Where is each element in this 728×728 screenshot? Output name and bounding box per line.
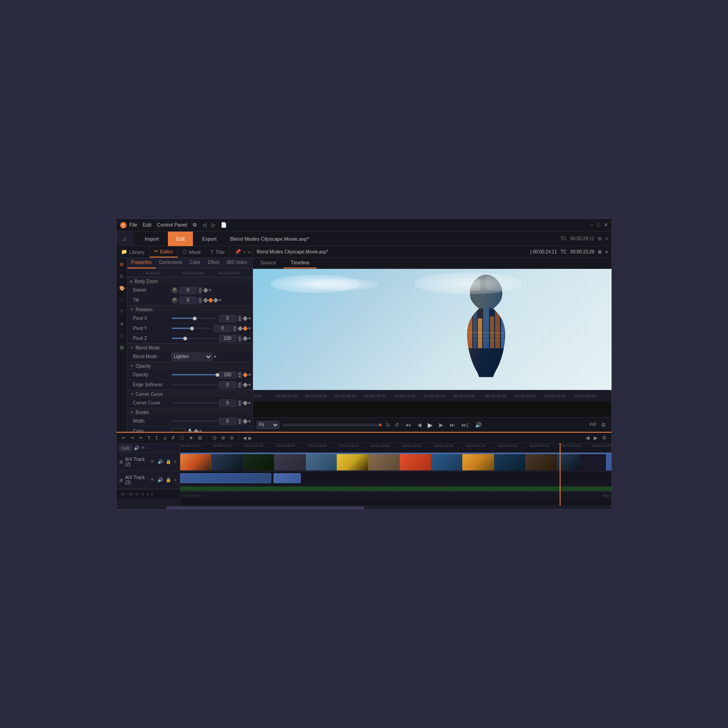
border-color-swatch[interactable] xyxy=(172,428,185,432)
pivot-z-kf[interactable] xyxy=(243,336,248,341)
blend-mode-header[interactable]: ▼ Blend Mode xyxy=(127,344,253,352)
border-width-input[interactable] xyxy=(219,418,236,425)
track3-eye[interactable]: 👁 xyxy=(150,477,155,483)
clip-7[interactable] xyxy=(369,454,399,470)
sidebar-icon-motion[interactable]: ◈ xyxy=(117,319,126,328)
tab-editor[interactable]: ✏ Editor xyxy=(150,246,178,258)
header-icon-2[interactable]: ≡ xyxy=(605,249,608,254)
prop-tab-corrections[interactable]: Corrections xyxy=(156,258,186,268)
playhead[interactable] xyxy=(560,444,561,506)
timeline-tab[interactable]: Timeline xyxy=(283,258,317,268)
es-up[interactable]: ▲ xyxy=(238,382,242,385)
cc-kf[interactable] xyxy=(243,400,248,405)
pivot-z-input[interactable] xyxy=(219,335,236,342)
clip-10[interactable] xyxy=(462,454,494,470)
track3-audio[interactable]: 🔊 xyxy=(157,477,163,483)
prop-tab-effect[interactable]: Effect xyxy=(204,258,223,268)
swivel-up[interactable]: ▲ xyxy=(198,287,202,290)
sidebar-icon-fx[interactable]: fx xyxy=(117,272,126,281)
next-frame-button[interactable]: ⏭ xyxy=(448,421,457,429)
tl-list[interactable]: ≡ xyxy=(162,435,167,441)
swivel-keyframe[interactable] xyxy=(203,288,208,293)
bw-up[interactable]: ▲ xyxy=(238,418,242,421)
clip-2[interactable] xyxy=(211,454,243,470)
sidebar-icon-properties[interactable]: ⚙ xyxy=(117,260,126,269)
tl-snap[interactable]: ⊙ xyxy=(211,435,218,441)
sidebar-icon-color[interactable]: 🎨 xyxy=(117,283,126,293)
tl-redo[interactable]: ↪ xyxy=(129,435,136,441)
tl-grid[interactable]: ⊞ xyxy=(197,435,203,441)
opacity-up[interactable]: ▲ xyxy=(238,372,242,375)
clip-5[interactable] xyxy=(306,454,337,470)
pivot-y-kf2[interactable] xyxy=(243,326,248,331)
clip-1[interactable] xyxy=(180,454,211,470)
edit-button[interactable]: Edit xyxy=(168,232,193,246)
es-down[interactable]: ▼ xyxy=(238,385,242,388)
tl-zoom-out[interactable]: ⊖ xyxy=(228,435,235,441)
menu-icon-1[interactable]: ⚙ xyxy=(192,222,197,228)
menu-file[interactable]: File xyxy=(129,222,137,228)
tilt-up[interactable]: ▲ xyxy=(198,297,202,300)
menu-control-panel[interactable]: Control Panel xyxy=(157,222,187,228)
tl-zoom-in[interactable]: ⊕ xyxy=(220,435,227,441)
panel-icon-add[interactable]: + xyxy=(243,249,246,255)
solo-button[interactable]: Solo xyxy=(119,445,132,451)
timeline-scrollbar[interactable] xyxy=(116,506,612,509)
maximize-button[interactable]: □ xyxy=(597,222,600,228)
pivot-y-up[interactable]: ▲ xyxy=(233,325,237,329)
sidebar-icon-text[interactable]: T xyxy=(117,307,126,316)
opacity-kf[interactable] xyxy=(243,372,248,377)
nav-icon-1[interactable]: ⊞ xyxy=(598,236,602,241)
pivot-z-down[interactable]: ▼ xyxy=(238,339,242,342)
export-button[interactable]: Export xyxy=(194,232,225,246)
track3-clip-1[interactable] xyxy=(180,473,271,483)
pivot-z-stepper[interactable]: ▲ ▼ xyxy=(238,335,242,342)
home-button[interactable]: ⌂ xyxy=(116,232,133,246)
rotation-header[interactable]: ▼ Rotation xyxy=(127,305,253,313)
menu-icon-2[interactable]: ◁ xyxy=(202,222,206,228)
pivot-y-input[interactable] xyxy=(214,325,231,332)
tl-vol-left[interactable]: ◀ xyxy=(584,435,591,441)
prop-tab-360[interactable]: 360 Video xyxy=(223,258,251,268)
step-back-button[interactable]: ◀ xyxy=(415,421,423,429)
swivel-input[interactable] xyxy=(179,287,197,294)
clip-8[interactable] xyxy=(399,454,431,470)
opacity-down[interactable]: ▼ xyxy=(238,375,242,378)
pivot-x-up[interactable]: ▲ xyxy=(238,315,242,318)
tab-mask[interactable]: ⬡ Mask xyxy=(178,246,206,258)
bw-stepper[interactable]: ▲ ▼ xyxy=(238,418,242,425)
panel-icon-menu[interactable]: ≡ xyxy=(248,249,251,255)
clip-12[interactable] xyxy=(525,454,557,470)
clip-6[interactable] xyxy=(337,454,369,470)
opacity-header[interactable]: ▼ Opacity xyxy=(127,362,253,370)
swivel-down[interactable]: ▼ xyxy=(198,290,202,293)
minimize-button[interactable]: − xyxy=(591,222,593,228)
prop-tab-panzoom[interactable]: Pan and Zoom xyxy=(251,258,253,268)
loop-button[interactable]: ↺ xyxy=(393,421,401,429)
track3-clip-2[interactable] xyxy=(273,473,301,483)
step-fwd-button[interactable]: ▶ xyxy=(437,421,445,429)
tilt-kf3[interactable] xyxy=(213,298,218,303)
edge-softness-stepper[interactable]: ▲ ▼ xyxy=(238,382,242,388)
tab-title[interactable]: T Title xyxy=(206,246,230,258)
clip-9[interactable] xyxy=(431,454,462,470)
eyedropper-icon[interactable]: 🔬 xyxy=(187,428,193,432)
tl-star[interactable]: ★ xyxy=(187,435,195,441)
tl-cut[interactable]: ✂ xyxy=(137,435,144,441)
solo-icon-2[interactable]: 👁 xyxy=(141,445,146,450)
corner-stepper[interactable]: ▲ ▼ xyxy=(238,400,242,406)
track3-lock[interactable]: 🔒 xyxy=(165,477,172,483)
source-tab[interactable]: Source xyxy=(253,258,283,268)
vol-button[interactable]: 🔊 xyxy=(473,421,484,429)
clip-3[interactable] xyxy=(243,454,274,470)
pivot-x-input[interactable] xyxy=(219,315,236,322)
bc-kf[interactable] xyxy=(193,429,198,432)
corner-curve-input[interactable] xyxy=(219,399,236,407)
pivot-x-slider[interactable] xyxy=(172,318,217,319)
play-button[interactable]: ▶ xyxy=(426,420,435,430)
pivot-x-stepper[interactable]: ▲ ▼ xyxy=(238,315,242,322)
bw-down[interactable]: ▼ xyxy=(238,421,242,425)
track2-right-handle[interactable] xyxy=(606,454,612,470)
track2-menu[interactable]: ≡ xyxy=(173,459,177,465)
last-button[interactable]: ⏭| xyxy=(460,421,470,429)
